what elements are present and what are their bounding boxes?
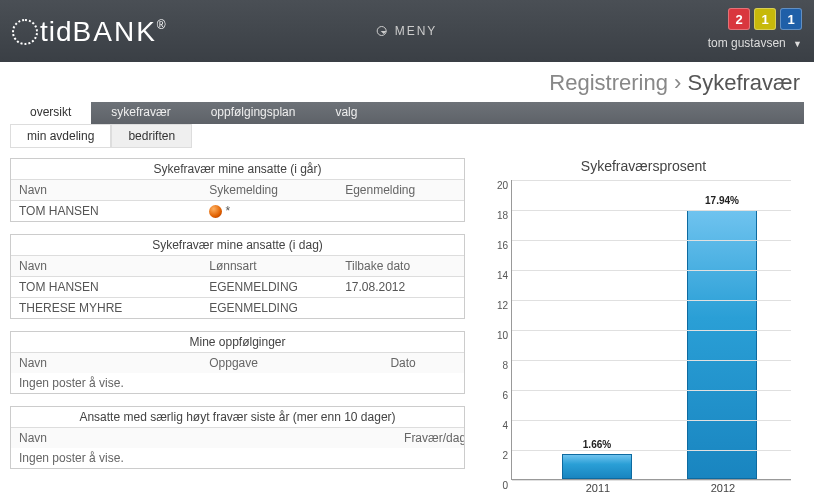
breadcrumb-current: Sykefravær: [688, 70, 800, 95]
breadcrumb-separator: ›: [674, 70, 687, 95]
tab-valg[interactable]: valg: [315, 102, 377, 124]
col-egenmelding: Egenmelding: [337, 180, 464, 201]
breadcrumb: Registrering › Sykefravær: [0, 62, 814, 102]
tab-oppfolgingsplan[interactable]: oppfølgingsplan: [191, 102, 316, 124]
panel-followups: Mine oppfølginger Navn Oppgave Dato Inge…: [10, 331, 465, 394]
cell-navn: THERESE MYHRE: [11, 298, 201, 319]
cell-navn: TOM HANSEN: [11, 201, 201, 222]
top-bar: tid BANK ® MENY 2 1 1 tom gustavsen ▼: [0, 0, 814, 62]
user-menu[interactable]: tom gustavsen ▼: [708, 36, 802, 50]
user-name: tom gustavsen: [708, 36, 786, 50]
caret-down-icon: ▼: [793, 39, 802, 49]
y-tick: 16: [488, 240, 508, 251]
notification-badges: 2 1 1: [728, 8, 802, 30]
chart-title: Sykefraværsprosent: [483, 158, 804, 174]
tab-sykefravaer[interactable]: sykefravær: [91, 102, 190, 124]
status-dot-icon: [209, 205, 222, 218]
y-tick: 2: [488, 450, 508, 461]
y-tick: 6: [488, 390, 508, 401]
x-tick: 2012: [688, 482, 758, 494]
panel-title: Ansatte med særlig høyt fravær siste år …: [11, 407, 464, 427]
panel-title: Mine oppfølginger: [11, 332, 464, 352]
logo: tid BANK ®: [12, 15, 166, 48]
subtab-min-avdeling[interactable]: min avdeling: [10, 124, 111, 148]
cell-lonnsart: EGENMELDING: [201, 277, 337, 298]
badge-red[interactable]: 2: [728, 8, 750, 30]
col-sykemelding: Sykemelding: [201, 180, 337, 201]
tab-oversikt[interactable]: oversikt: [10, 102, 91, 124]
cell-sykemelding: *: [201, 201, 337, 222]
cell-lonnsart: EGENMELDING: [201, 298, 337, 319]
y-tick: 18: [488, 210, 508, 221]
bar-value-label: 1.66%: [563, 439, 631, 450]
col-tilbake: Tilbake dato: [337, 256, 464, 277]
menu-label: MENY: [395, 24, 438, 38]
y-tick: 12: [488, 300, 508, 311]
sub-tabs: min avdeling bedriften: [10, 124, 804, 148]
breadcrumb-parent[interactable]: Registrering: [549, 70, 668, 95]
col-dato: Dato: [382, 353, 464, 374]
badge-yellow[interactable]: 1: [754, 8, 776, 30]
chevron-down-icon: [377, 26, 387, 36]
menu-button[interactable]: MENY: [377, 24, 438, 38]
chart-bar[interactable]: 17.94%2012: [687, 210, 757, 479]
table-header-row: Navn Sykemelding Egenmelding: [11, 180, 464, 201]
col-lonnsart: Lønnsart: [201, 256, 337, 277]
logo-icon: [12, 19, 38, 45]
cell-dato: [337, 298, 464, 319]
table-header-row: Navn Fravær/dager: [11, 428, 464, 449]
col-navn: Navn: [11, 353, 201, 374]
table-header-row: Navn Lønnsart Tilbake dato: [11, 256, 464, 277]
y-tick: 0: [488, 480, 508, 491]
col-oppgave: Oppgave: [201, 353, 382, 374]
col-navn: Navn: [11, 428, 396, 449]
col-navn: Navn: [11, 256, 201, 277]
y-tick: 4: [488, 420, 508, 431]
empty-message: Ingen poster å vise.: [11, 448, 464, 468]
badge-blue[interactable]: 1: [780, 8, 802, 30]
chart-bar[interactable]: 1.66%2011: [562, 454, 632, 479]
cell-egenmelding: [337, 201, 464, 222]
status-suffix: *: [226, 204, 231, 218]
chart-panel: Sykefraværsprosent 1.66%201117.94%2012 0…: [483, 158, 804, 481]
panel-today: Sykefravær mine ansatte (i dag) Navn Løn…: [10, 234, 465, 319]
subtab-bedriften[interactable]: bedriften: [111, 124, 192, 148]
empty-message: Ingen poster å vise.: [11, 373, 464, 393]
logo-text-tid: tid: [40, 16, 73, 48]
table-row[interactable]: THERESE MYHRE EGENMELDING: [11, 298, 464, 319]
y-tick: 10: [488, 330, 508, 341]
cell-dato: 17.08.2012: [337, 277, 464, 298]
x-tick: 2011: [563, 482, 633, 494]
panel-title: Sykefravær mine ansatte (i går): [11, 159, 464, 179]
logo-text-bank: BANK: [73, 16, 157, 48]
panel-title: Sykefravær mine ansatte (i dag): [11, 235, 464, 255]
table-row[interactable]: TOM HANSEN *: [11, 201, 464, 222]
col-navn: Navn: [11, 180, 201, 201]
bar-value-label: 17.94%: [688, 195, 756, 206]
table-header-row: Navn Oppgave Dato: [11, 353, 464, 374]
panel-yesterday: Sykefravær mine ansatte (i går) Navn Syk…: [10, 158, 465, 222]
panel-high-absence: Ansatte med særlig høyt fravær siste år …: [10, 406, 465, 469]
logo-registered: ®: [157, 18, 166, 32]
y-tick: 14: [488, 270, 508, 281]
y-tick: 8: [488, 360, 508, 371]
table-row[interactable]: TOM HANSEN EGENMELDING 17.08.2012: [11, 277, 464, 298]
col-fravaer: Fravær/dager: [396, 428, 464, 449]
y-tick: 20: [488, 180, 508, 191]
bar-chart: 1.66%201117.94%2012 02468101214161820: [511, 180, 791, 480]
main-tabs: oversikt sykefravær oppfølgingsplan valg: [10, 102, 804, 124]
cell-navn: TOM HANSEN: [11, 277, 201, 298]
